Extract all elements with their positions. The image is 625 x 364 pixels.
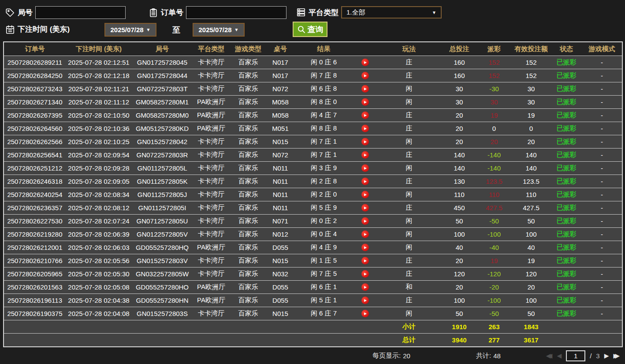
table-row: 250728026219280 2025-07-28 02:06:39 GN01… [4, 227, 622, 241]
platform-type-select[interactable]: 1.全部 ▼ [341, 6, 442, 19]
platform-cell: 卡卡湾厅 [193, 267, 230, 280]
query-button[interactable]: 查询 [293, 22, 327, 37]
total-count-label: 共计: [476, 352, 491, 360]
game-mode-cell: - [582, 241, 622, 254]
result-cell: 闲 4 庄 7 [294, 109, 353, 122]
play-type-cell: 闲 [376, 96, 442, 108]
game-no-cell: GD055257280HQ [132, 241, 193, 254]
play-video-icon[interactable] [361, 98, 369, 106]
order-no-cell: 250728026219280 [4, 228, 66, 241]
play-video-icon[interactable] [361, 297, 369, 304]
date-from-value: 2025/07/28 [111, 26, 144, 33]
play-video-icon[interactable] [361, 204, 369, 212]
next-page-icon[interactable]: ▶ [604, 353, 609, 359]
platform-cell: 卡卡湾厅 [193, 175, 230, 188]
valid-bet-cell: 50 [511, 307, 551, 320]
game-no-cell: GN0112572805L [132, 162, 193, 175]
game-type-cell: 百家乐 [230, 228, 267, 241]
total-count-indicator: 共计: 48 [476, 347, 501, 364]
game-type-cell: 百家乐 [230, 135, 267, 148]
column-header: 桌号 [267, 42, 294, 56]
platform-cell: 卡卡湾厅 [193, 188, 230, 201]
date-to-picker[interactable]: 2025/07/28 ▼ [193, 23, 245, 37]
status-cell: 已派彩 [551, 267, 582, 280]
play-video-icon[interactable] [361, 164, 369, 172]
order-no-input[interactable] [186, 6, 286, 19]
last-page-icon[interactable]: ▶▶ [613, 353, 620, 359]
play-video-icon[interactable] [361, 72, 369, 79]
platform-cell: PA欧洲厅 [193, 109, 230, 122]
payout-cell: 123.5 [477, 175, 511, 188]
play-video-icon[interactable] [361, 85, 369, 93]
status-cell: 已派彩 [551, 294, 582, 307]
order-no-cell: 250728026267395 [4, 109, 66, 122]
result-cell: 闲 2 庄 0 [294, 188, 353, 201]
play-video-icon[interactable] [361, 244, 369, 251]
play-video-icon[interactable] [361, 151, 369, 159]
game-no-cell: GN0722572803T [132, 82, 193, 95]
result-cell: 闲 8 庄 0 [294, 96, 353, 108]
subtotal-payout: 263 [477, 320, 511, 333]
table-no-cell: N011 [267, 201, 294, 214]
order-no-label: 订单号 [161, 7, 183, 18]
play-video-icon[interactable] [361, 283, 369, 291]
table-no-cell: N015 [267, 135, 294, 148]
first-page-icon[interactable]: ◀◀ [546, 353, 553, 359]
total-label: 总计 [376, 334, 442, 346]
play-video-icon[interactable] [361, 191, 369, 198]
column-header [353, 42, 376, 56]
platform-type-label: 平台类型 [309, 7, 339, 18]
column-header: 下注时间 (美东) [66, 42, 132, 56]
play-video-icon[interactable] [361, 270, 369, 278]
table-no-cell: N071 [267, 215, 294, 227]
payout-cell: -100 [477, 294, 511, 307]
bet-time-cell: 2025-07-28 02:08:34 [66, 188, 132, 201]
game-no-cell: GN0112572805K [132, 175, 193, 188]
payout-cell: -50 [477, 215, 511, 227]
play-video-icon[interactable] [361, 59, 369, 66]
result-cell: 闲 7 庄 1 [294, 135, 353, 148]
order-no-cell: 250728026190375 [4, 307, 66, 320]
status-cell: 已派彩 [551, 188, 582, 201]
date-from-picker[interactable]: 2025/07/28 ▼ [104, 23, 156, 37]
game-mode-cell: - [582, 215, 622, 227]
play-type-cell: 庄 [376, 175, 442, 188]
play-video-icon[interactable] [361, 257, 369, 264]
result-cell: 闲 8 庄 8 [294, 122, 353, 135]
total-bet-cell: 130 [442, 175, 477, 188]
status-cell: 已派彩 [551, 56, 582, 69]
platform-cell: 卡卡湾厅 [193, 201, 230, 214]
play-type-cell: 闲 [376, 228, 442, 241]
play-video-icon[interactable] [361, 138, 369, 145]
bet-time-cell: 2025-07-28 02:07:24 [66, 215, 132, 227]
total-valid-bet: 3617 [511, 334, 551, 346]
play-video-icon[interactable] [361, 178, 369, 185]
play-video-icon[interactable] [361, 217, 369, 225]
total-bet-cell: 50 [442, 307, 477, 320]
valid-bet-cell: 120 [511, 267, 551, 280]
total-bet-cell: 110 [442, 188, 477, 201]
platform-cell: 卡卡湾厅 [193, 228, 230, 241]
valid-bet-cell: 40 [511, 241, 551, 254]
table-no-cell: D055 [267, 294, 294, 307]
clipboard-icon [149, 8, 158, 18]
game-type-cell: 百家乐 [230, 162, 267, 175]
game-type-cell: 百家乐 [230, 122, 267, 135]
game-no-cell: GN0112572805J [132, 188, 193, 201]
page-number-input[interactable] [566, 350, 585, 361]
chevron-down-icon: ▼ [432, 10, 436, 15]
play-video-icon[interactable] [361, 230, 369, 238]
table-row: 250728026289211 2025-07-28 02:12:51 GN01… [4, 56, 622, 69]
page-total: 3 [596, 352, 599, 360]
bet-time-cell: 2025-07-28 02:11:21 [66, 82, 132, 95]
play-video-icon[interactable] [361, 310, 369, 317]
table-row: 250728026284250 2025-07-28 02:12:18 GN01… [4, 69, 622, 82]
valid-bet-cell: 100 [511, 228, 551, 241]
prev-page-icon[interactable]: ◀ [557, 353, 562, 359]
result-cell: 闲 2 庄 8 [294, 175, 353, 188]
game-no-input[interactable] [35, 6, 126, 19]
play-video-icon[interactable] [361, 111, 369, 119]
game-mode-cell: - [582, 188, 622, 201]
play-video-icon[interactable] [361, 125, 369, 132]
total-bet-cell: 120 [442, 267, 477, 280]
